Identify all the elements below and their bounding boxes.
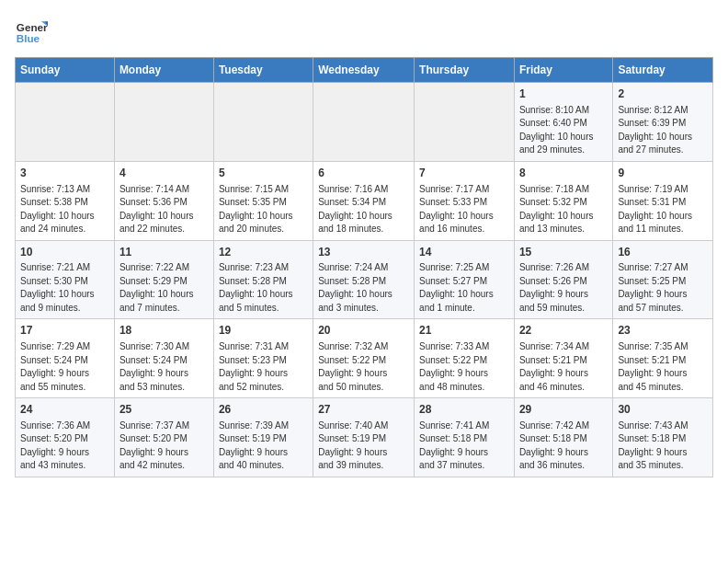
logo-icon: General Blue [15, 15, 48, 48]
calendar-day-cell: 15Sunrise: 7:26 AM Sunset: 5:26 PM Dayli… [514, 240, 612, 319]
day-info: Sunrise: 7:21 AM Sunset: 5:30 PM Dayligh… [20, 261, 109, 315]
calendar-day-cell [415, 83, 515, 162]
day-info: Sunrise: 7:19 AM Sunset: 5:31 PM Dayligh… [618, 183, 708, 236]
svg-text:Blue: Blue [17, 32, 40, 44]
calendar-day-cell: 3Sunrise: 7:13 AM Sunset: 5:38 PM Daylig… [16, 161, 115, 240]
day-number: 15 [519, 245, 608, 260]
day-info: Sunrise: 7:41 AM Sunset: 5:18 PM Dayligh… [419, 419, 509, 473]
day-number: 24 [20, 402, 109, 418]
calendar-day-cell: 28Sunrise: 7:41 AM Sunset: 5:18 PM Dayli… [415, 398, 515, 477]
day-number: 13 [318, 245, 409, 260]
calendar-day-cell: 8Sunrise: 7:18 AM Sunset: 5:32 PM Daylig… [514, 161, 612, 240]
day-number: 4 [119, 166, 209, 181]
calendar-header-row: SundayMondayTuesdayWednesdayThursdayFrid… [16, 58, 713, 83]
day-number: 30 [618, 402, 708, 418]
calendar-table: SundayMondayTuesdayWednesdayThursdayFrid… [15, 57, 713, 477]
day-number: 7 [419, 166, 509, 181]
day-info: Sunrise: 7:16 AM Sunset: 5:34 PM Dayligh… [318, 183, 409, 236]
day-number: 20 [318, 323, 409, 339]
day-info: Sunrise: 7:30 AM Sunset: 5:24 PM Dayligh… [119, 340, 209, 394]
day-number: 1 [519, 86, 608, 102]
calendar-day-cell: 4Sunrise: 7:14 AM Sunset: 5:36 PM Daylig… [114, 161, 213, 240]
day-number: 9 [618, 166, 708, 181]
day-info: Sunrise: 8:12 AM Sunset: 6:39 PM Dayligh… [618, 104, 708, 157]
calendar-day-cell: 23Sunrise: 7:35 AM Sunset: 5:21 PM Dayli… [613, 319, 713, 398]
calendar-week-row: 17Sunrise: 7:29 AM Sunset: 5:24 PM Dayli… [16, 319, 713, 398]
calendar-day-cell: 21Sunrise: 7:33 AM Sunset: 5:22 PM Dayli… [415, 319, 515, 398]
day-number: 14 [419, 245, 509, 260]
day-info: Sunrise: 7:43 AM Sunset: 5:18 PM Dayligh… [618, 419, 708, 473]
calendar-day-cell: 7Sunrise: 7:17 AM Sunset: 5:33 PM Daylig… [415, 161, 515, 240]
day-number: 19 [219, 323, 308, 339]
calendar-day-cell: 27Sunrise: 7:40 AM Sunset: 5:19 PM Dayli… [313, 398, 415, 477]
calendar-day-cell: 19Sunrise: 7:31 AM Sunset: 5:23 PM Dayli… [213, 319, 313, 398]
day-number: 18 [119, 323, 209, 339]
calendar-week-row: 24Sunrise: 7:36 AM Sunset: 5:20 PM Dayli… [16, 398, 713, 477]
day-info: Sunrise: 7:24 AM Sunset: 5:28 PM Dayligh… [318, 261, 409, 315]
day-number: 23 [618, 323, 708, 339]
calendar-day-cell: 1Sunrise: 8:10 AM Sunset: 6:40 PM Daylig… [514, 83, 612, 162]
column-header-friday: Friday [514, 58, 612, 83]
calendar-week-row: 1Sunrise: 8:10 AM Sunset: 6:40 PM Daylig… [16, 83, 713, 162]
day-info: Sunrise: 7:39 AM Sunset: 5:19 PM Dayligh… [219, 419, 308, 473]
calendar-day-cell: 25Sunrise: 7:37 AM Sunset: 5:20 PM Dayli… [114, 398, 213, 477]
day-info: Sunrise: 7:22 AM Sunset: 5:29 PM Dayligh… [119, 261, 209, 315]
day-info: Sunrise: 7:15 AM Sunset: 5:35 PM Dayligh… [219, 183, 308, 236]
column-header-tuesday: Tuesday [213, 58, 313, 83]
header-area: General Blue [15, 15, 713, 48]
day-info: Sunrise: 7:17 AM Sunset: 5:33 PM Dayligh… [419, 183, 509, 236]
column-header-thursday: Thursday [415, 58, 515, 83]
calendar-day-cell: 10Sunrise: 7:21 AM Sunset: 5:30 PM Dayli… [16, 240, 115, 319]
day-number: 26 [219, 402, 308, 418]
column-header-sunday: Sunday [16, 58, 115, 83]
day-info: Sunrise: 7:18 AM Sunset: 5:32 PM Dayligh… [519, 183, 608, 236]
day-info: Sunrise: 7:29 AM Sunset: 5:24 PM Dayligh… [20, 340, 109, 394]
calendar-day-cell: 24Sunrise: 7:36 AM Sunset: 5:20 PM Dayli… [16, 398, 115, 477]
day-number: 10 [20, 245, 109, 260]
day-number: 29 [519, 402, 608, 418]
calendar-day-cell: 30Sunrise: 7:43 AM Sunset: 5:18 PM Dayli… [613, 398, 713, 477]
day-number: 22 [519, 323, 608, 339]
day-info: Sunrise: 7:14 AM Sunset: 5:36 PM Dayligh… [119, 183, 209, 236]
day-info: Sunrise: 7:26 AM Sunset: 5:26 PM Dayligh… [519, 261, 608, 315]
column-header-saturday: Saturday [613, 58, 713, 83]
calendar-day-cell [313, 83, 415, 162]
day-number: 28 [419, 402, 509, 418]
day-number: 3 [20, 166, 109, 181]
day-info: Sunrise: 7:23 AM Sunset: 5:28 PM Dayligh… [219, 261, 308, 315]
day-info: Sunrise: 7:27 AM Sunset: 5:25 PM Dayligh… [618, 261, 708, 315]
day-number: 11 [119, 245, 209, 260]
day-info: Sunrise: 7:13 AM Sunset: 5:38 PM Dayligh… [20, 183, 109, 236]
calendar-day-cell: 2Sunrise: 8:12 AM Sunset: 6:39 PM Daylig… [613, 83, 713, 162]
day-number: 16 [618, 245, 708, 260]
day-info: Sunrise: 7:36 AM Sunset: 5:20 PM Dayligh… [20, 419, 109, 473]
column-header-wednesday: Wednesday [313, 58, 415, 83]
day-info: Sunrise: 8:10 AM Sunset: 6:40 PM Dayligh… [519, 104, 608, 157]
logo: General Blue [15, 15, 48, 48]
calendar-day-cell: 12Sunrise: 7:23 AM Sunset: 5:28 PM Dayli… [213, 240, 313, 319]
day-number: 8 [519, 166, 608, 181]
day-info: Sunrise: 7:31 AM Sunset: 5:23 PM Dayligh… [219, 340, 308, 394]
calendar-day-cell: 16Sunrise: 7:27 AM Sunset: 5:25 PM Dayli… [613, 240, 713, 319]
day-info: Sunrise: 7:35 AM Sunset: 5:21 PM Dayligh… [618, 340, 708, 394]
calendar-week-row: 3Sunrise: 7:13 AM Sunset: 5:38 PM Daylig… [16, 161, 713, 240]
calendar-day-cell: 14Sunrise: 7:25 AM Sunset: 5:27 PM Dayli… [415, 240, 515, 319]
calendar-day-cell: 13Sunrise: 7:24 AM Sunset: 5:28 PM Dayli… [313, 240, 415, 319]
calendar-day-cell [114, 83, 213, 162]
day-info: Sunrise: 7:32 AM Sunset: 5:22 PM Dayligh… [318, 340, 409, 394]
day-info: Sunrise: 7:34 AM Sunset: 5:21 PM Dayligh… [519, 340, 608, 394]
day-number: 12 [219, 245, 308, 260]
day-number: 5 [219, 166, 308, 181]
calendar-day-cell: 5Sunrise: 7:15 AM Sunset: 5:35 PM Daylig… [213, 161, 313, 240]
day-number: 21 [419, 323, 509, 339]
calendar-day-cell: 11Sunrise: 7:22 AM Sunset: 5:29 PM Dayli… [114, 240, 213, 319]
day-number: 2 [618, 86, 708, 102]
day-number: 6 [318, 166, 409, 181]
column-header-monday: Monday [114, 58, 213, 83]
calendar-day-cell: 22Sunrise: 7:34 AM Sunset: 5:21 PM Dayli… [514, 319, 612, 398]
calendar-day-cell [213, 83, 313, 162]
day-info: Sunrise: 7:40 AM Sunset: 5:19 PM Dayligh… [318, 419, 409, 473]
calendar-day-cell [16, 83, 115, 162]
day-info: Sunrise: 7:37 AM Sunset: 5:20 PM Dayligh… [119, 419, 209, 473]
calendar-day-cell: 29Sunrise: 7:42 AM Sunset: 5:18 PM Dayli… [514, 398, 612, 477]
